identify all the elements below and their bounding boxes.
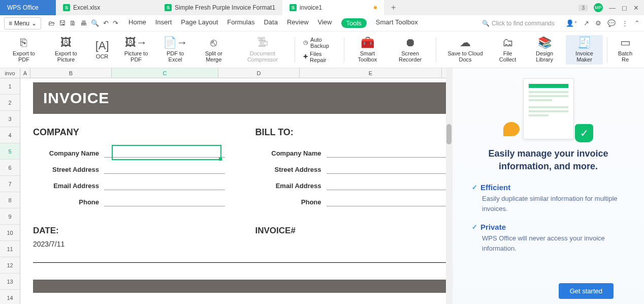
ribbon-divider [436, 37, 436, 63]
invoice-maker-button[interactable]: 🧾Invoice Maker [566, 35, 603, 65]
vertical-scrollbar[interactable] [446, 68, 452, 304]
open-icon[interactable]: 🗁 [48, 19, 55, 27]
input-line[interactable] [104, 197, 225, 206]
row-header[interactable]: 5 [0, 143, 20, 160]
feature-efficient: Efficient Easily duplicate similar infor… [472, 183, 634, 214]
maximize-icon[interactable]: ◻ [622, 4, 627, 12]
save-as-icon[interactable]: 🗎 [70, 19, 76, 27]
ocr-button[interactable]: [A]OCR [89, 38, 115, 62]
input-line[interactable] [104, 181, 225, 190]
col-header-c[interactable]: C [112, 68, 218, 78]
share-icon[interactable]: ↗ [584, 19, 589, 27]
input-line[interactable] [327, 197, 447, 206]
col-header-d[interactable]: D [218, 68, 300, 78]
unsaved-dot-icon [374, 6, 377, 9]
collapse-ribbon-icon[interactable]: ⌃ [634, 19, 640, 27]
window-count-badge[interactable]: 3 [578, 5, 588, 11]
row-header[interactable]: 4 [0, 127, 20, 143]
tab-review[interactable]: Review [287, 18, 309, 28]
input-line[interactable] [104, 165, 225, 174]
row-header[interactable]: 11 [0, 241, 20, 257]
col-header-e[interactable]: E [300, 68, 442, 78]
document-compressor-button: 🗜Document Compressor [234, 35, 291, 65]
print-preview-icon[interactable]: 🔍 [91, 19, 99, 27]
invoice-maker-panel: Easily manage your invoice information, … [452, 68, 644, 304]
doc-tab-3[interactable]: invoice1 [282, 0, 384, 15]
input-line[interactable] [327, 165, 447, 174]
command-search[interactable]: 🔍Click to find commands [482, 20, 555, 27]
tab-page-layout[interactable]: Page Layout [181, 18, 218, 28]
col-header-a[interactable]: A [20, 68, 30, 78]
batch-icon: ▭ [620, 37, 631, 48]
more-icon[interactable]: ⋮ [622, 19, 628, 27]
tab-tools[interactable]: Tools [341, 18, 367, 28]
doc-tab-1[interactable]: Excel.xlsx [56, 0, 157, 15]
user-icon[interactable]: 👤⁺ [566, 19, 577, 27]
chat-icon[interactable]: 💬 [607, 19, 616, 27]
recorder-icon: ⏺ [405, 37, 416, 48]
row-header[interactable]: 1 [0, 78, 20, 95]
print-icon[interactable]: 🖶 [80, 19, 87, 27]
tab-label: invoice1 [300, 4, 322, 11]
ribbon-divider [295, 37, 295, 63]
menu-button[interactable]: ≡ Menu ⌄ [4, 17, 41, 29]
settings-icon[interactable]: ⚙ [595, 19, 601, 27]
minimize-icon[interactable]: — [609, 4, 616, 12]
auto-backup-button[interactable]: ◷Auto Backup [303, 37, 336, 49]
column-headers: invo A B C D E [0, 68, 452, 78]
ocr-icon: [A] [95, 40, 109, 51]
scrollbar-thumb[interactable] [446, 124, 452, 144]
export-to-pdf-button[interactable]: ⎘Export to PDF [5, 35, 43, 65]
pic-to-pdf-icon: 🖼→ [125, 37, 147, 48]
save-to-cloud-button[interactable]: ☁Save to Cloud Docs [440, 35, 490, 65]
split-or-merge-button[interactable]: ⎋Split or Merge [195, 35, 232, 65]
batch-button[interactable]: ▭Batch Re [611, 35, 639, 65]
selected-cell[interactable] [112, 145, 221, 160]
row-header[interactable]: 8 [0, 192, 20, 208]
row-header[interactable]: 6 [0, 160, 20, 176]
shield-check-icon [575, 124, 593, 142]
row-header[interactable]: 10 [0, 225, 20, 241]
avatar[interactable]: MP [594, 3, 603, 12]
name-box[interactable]: invo [0, 68, 20, 78]
row-header[interactable]: 12 [0, 257, 20, 273]
save-icon[interactable]: 🖫 [59, 19, 66, 27]
redo-icon[interactable]: ↷ [113, 19, 118, 27]
chevron-down-icon: ⌄ [31, 20, 37, 27]
input-line[interactable] [327, 148, 447, 158]
undo-icon[interactable]: ↶ [103, 19, 109, 27]
files-repair-button[interactable]: ✚Files Repair [303, 51, 336, 63]
tab-formulas[interactable]: Formulas [227, 18, 254, 28]
doc-tab-2[interactable]: Simple Fresh Purple Invoice Format1 [157, 0, 282, 15]
row-header[interactable]: 13 [0, 273, 20, 290]
new-tab-button[interactable]: + [384, 0, 403, 15]
field-company-name: Company Name [255, 149, 321, 157]
col-header-b[interactable]: B [30, 68, 112, 78]
smart-toolbox-button[interactable]: 🧰Smart Toolbox [348, 35, 387, 65]
row-header[interactable]: 9 [0, 208, 20, 225]
screen-recorder-button[interactable]: ⏺Screen Recorder [389, 35, 432, 65]
ribbon: ⎘Export to PDF 🖼Export to Picture [A]OCR… [0, 32, 644, 68]
field-company-name: Company Name [33, 149, 99, 157]
file-collect-button[interactable]: 🗂File Collect [492, 35, 524, 65]
pdf-to-excel-button[interactable]: 📄→PDF to Excel [157, 35, 193, 65]
picture-to-pdf-button[interactable]: 🖼→Picture to PDF [117, 35, 155, 65]
tab-data[interactable]: Data [264, 18, 277, 28]
row-header[interactable]: 7 [0, 176, 20, 192]
brand-tab[interactable]: WPS Office [0, 0, 56, 15]
tab-smart-toolbox[interactable]: Smart Toolbox [376, 18, 418, 28]
get-started-button[interactable]: Get started [559, 283, 614, 299]
field-street-address: Street Address [33, 166, 99, 173]
close-icon[interactable]: ✕ [633, 4, 639, 12]
row-header[interactable]: 2 [0, 95, 20, 111]
row-header[interactable]: 3 [0, 111, 20, 127]
window-controls: 3 MP — ◻ ✕ [573, 3, 644, 12]
design-library-button[interactable]: 📚Design Library [525, 35, 563, 65]
tab-insert[interactable]: Insert [155, 18, 172, 28]
row-header[interactable]: 14 [0, 290, 20, 304]
tab-home[interactable]: Home [128, 18, 146, 28]
tab-view[interactable]: View [318, 18, 332, 28]
sheet-content[interactable]: INVOICE COMPANY Company Name Street Addr… [20, 78, 452, 304]
input-line[interactable] [327, 181, 447, 190]
export-to-picture-button[interactable]: 🖼Export to Picture [45, 35, 87, 65]
